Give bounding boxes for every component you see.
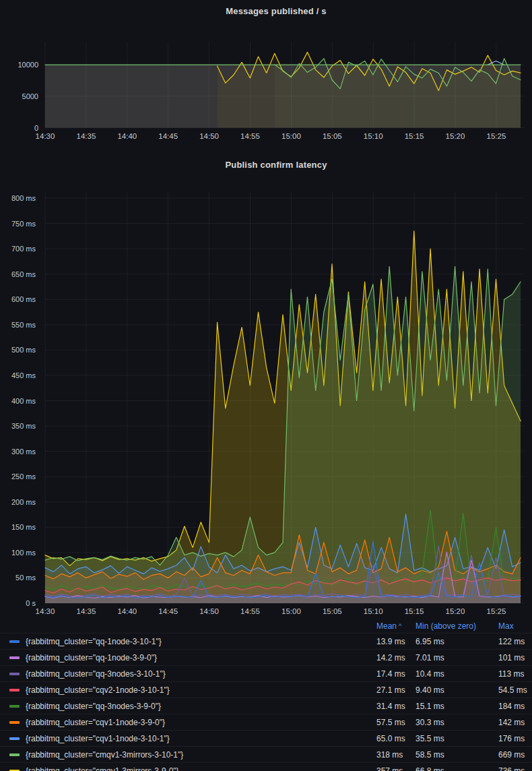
charts-canvas[interactable]: 050001000014:3014:3514:4014:4514:5014:55… [0, 0, 532, 619]
svg-text:10000: 10000 [18, 61, 38, 69]
legend-row: {rabbitmq_cluster="qq-3nodes-3-9-0"}31.4… [0, 698, 532, 714]
legend-max-value: 54.5 ms [498, 685, 529, 695]
legend-series-label[interactable]: {rabbitmq_cluster="cmqv1-3mirrors-3-10-1… [26, 750, 376, 760]
sort-ascending-caret-icon: ^ [399, 623, 401, 629]
legend-max-value: 176 ms [498, 734, 529, 743]
legend-series-label[interactable]: {rabbitmq_cluster="cmqv1-3mirrors-3-9-0"… [26, 766, 376, 771]
legend-max-value: 736 ms [498, 766, 529, 771]
svg-text:550 ms: 550 ms [11, 321, 36, 329]
svg-text:200 ms: 200 ms [11, 498, 36, 506]
legend-series-label[interactable]: {rabbitmq_cluster="qq-1node-3-9-0"} [26, 653, 376, 662]
svg-text:750 ms: 750 ms [11, 220, 36, 228]
legend-row: {rabbitmq_cluster="cqv2-1node-3-10-1"}27… [0, 681, 532, 698]
messages-published-chart[interactable]: 050001000014:3014:3514:4014:4514:5014:55… [18, 42, 524, 140]
svg-text:15:10: 15:10 [364, 607, 383, 615]
series-color-swatch[interactable] [9, 673, 20, 675]
legend-row: {rabbitmq_cluster="qq-3nodes-3-10-1"}17.… [0, 665, 532, 681]
series-color-swatch[interactable] [9, 721, 20, 724]
svg-text:14:30: 14:30 [36, 132, 55, 140]
legend-row: {rabbitmq_cluster="cmqv1-3mirrors-3-9-0"… [0, 762, 532, 771]
legend-sort-min[interactable]: Min (above zero) [415, 621, 498, 631]
svg-text:15:15: 15:15 [405, 607, 424, 615]
legend-row: {rabbitmq_cluster="qq-1node-3-9-0"}14.2 … [0, 649, 532, 665]
legend-max-value: 113 ms [498, 669, 529, 679]
legend-min-value: 10.4 ms [415, 669, 498, 679]
svg-text:15:20: 15:20 [446, 607, 465, 615]
legend-series-label[interactable]: {rabbitmq_cluster="cqv2-1node-3-10-1"} [26, 685, 376, 695]
svg-text:15:15: 15:15 [405, 132, 424, 140]
svg-text:15:25: 15:25 [487, 132, 506, 140]
legend-series-label[interactable]: {rabbitmq_cluster="qq-1node-3-10-1"} [26, 637, 376, 646]
svg-text:14:35: 14:35 [77, 607, 96, 615]
svg-text:600 ms: 600 ms [11, 295, 36, 303]
legend-max-value: 184 ms [498, 702, 529, 711]
svg-text:15:05: 15:05 [323, 132, 342, 140]
svg-text:15:00: 15:00 [281, 132, 301, 140]
svg-text:14:40: 14:40 [117, 607, 137, 615]
legend-mean-value: 65.0 ms [376, 734, 415, 743]
legend-min-value: 6.95 ms [415, 637, 498, 646]
legend-max-value: 122 ms [498, 637, 529, 646]
svg-text:0: 0 [34, 124, 38, 132]
legend-min-value: 30.3 ms [415, 718, 498, 727]
svg-text:15:05: 15:05 [323, 607, 342, 615]
x-axis-labels: 14:3014:3514:4014:4514:5014:5515:0015:05… [36, 132, 506, 140]
legend-mean-value: 13.9 ms [376, 637, 415, 646]
legend-mean-value: 318 ms [376, 750, 415, 760]
legend-mean-value: 31.4 ms [376, 702, 415, 711]
series-color-swatch[interactable] [9, 640, 20, 643]
svg-text:14:50: 14:50 [199, 607, 219, 615]
svg-text:0 s: 0 s [26, 599, 36, 607]
x-axis-labels: 14:3014:3514:4014:4514:5014:5515:0015:05… [36, 607, 506, 615]
y-axis-labels: 0500010000 [18, 61, 38, 131]
svg-text:14:55: 14:55 [240, 132, 260, 140]
svg-text:300 ms: 300 ms [11, 448, 36, 456]
svg-text:5000: 5000 [22, 92, 38, 100]
svg-text:400 ms: 400 ms [11, 397, 36, 405]
svg-text:14:30: 14:30 [36, 607, 55, 615]
legend-min-value: 15.1 ms [415, 702, 498, 711]
legend-max-value: 669 ms [498, 750, 529, 760]
svg-text:700 ms: 700 ms [11, 245, 36, 253]
series-color-swatch[interactable] [9, 753, 20, 756]
legend-row: {rabbitmq_cluster="cqv1-1node-3-9-0"}57.… [0, 714, 532, 730]
legend-min-value: 66.8 ms [415, 766, 498, 771]
legend-mean-value: 27.1 ms [376, 685, 415, 695]
legend-min-value: 9.40 ms [415, 685, 498, 695]
svg-text:50 ms: 50 ms [15, 574, 36, 582]
legend-mean-value: 57.5 ms [376, 718, 415, 727]
svg-text:14:50: 14:50 [199, 132, 219, 140]
publish-confirm-latency-chart[interactable]: 0 s50 ms100 ms150 ms200 ms250 ms300 ms35… [11, 192, 524, 615]
svg-text:15:20: 15:20 [446, 132, 465, 140]
svg-text:500 ms: 500 ms [11, 346, 36, 354]
legend-sort-max[interactable]: Max [498, 621, 529, 631]
svg-text:14:45: 14:45 [158, 132, 178, 140]
legend-mean-value: 17.4 ms [376, 669, 415, 679]
series-color-swatch[interactable] [9, 705, 20, 708]
legend-header-row: Mean^ Min (above zero) Max [0, 619, 532, 633]
legend-max-value: 142 ms [498, 718, 529, 727]
svg-text:350 ms: 350 ms [11, 422, 36, 430]
latency-legend-table: Mean^ Min (above zero) Max {rabbitmq_clu… [0, 619, 532, 771]
legend-max-value: 101 ms [498, 653, 529, 662]
svg-text:14:40: 14:40 [117, 132, 137, 140]
svg-text:800 ms: 800 ms [11, 194, 36, 202]
svg-text:100 ms: 100 ms [11, 549, 36, 557]
legend-row: {rabbitmq_cluster="cqv1-1node-3-10-1"}65… [0, 730, 532, 746]
svg-text:15:25: 15:25 [487, 607, 506, 615]
legend-sort-mean[interactable]: Mean^ [376, 621, 415, 631]
legend-min-value: 7.01 ms [415, 653, 498, 662]
legend-row: {rabbitmq_cluster="qq-1node-3-10-1"}13.9… [0, 633, 532, 649]
svg-text:15:10: 15:10 [364, 132, 383, 140]
svg-text:15:00: 15:00 [281, 607, 301, 615]
legend-series-label[interactable]: {rabbitmq_cluster="cqv1-1node-3-10-1"} [26, 734, 376, 743]
legend-header-spacer [9, 625, 20, 627]
legend-series-label[interactable]: {rabbitmq_cluster="cqv1-1node-3-9-0"} [26, 718, 376, 727]
legend-series-label[interactable]: {rabbitmq_cluster="qq-3nodes-3-9-0"} [26, 702, 376, 711]
series-color-swatch[interactable] [9, 656, 20, 659]
series-color-swatch[interactable] [9, 737, 20, 740]
svg-text:14:55: 14:55 [240, 607, 260, 615]
svg-text:14:35: 14:35 [77, 132, 96, 140]
series-color-swatch[interactable] [9, 689, 20, 691]
legend-series-label[interactable]: {rabbitmq_cluster="qq-3nodes-3-10-1"} [26, 669, 376, 679]
